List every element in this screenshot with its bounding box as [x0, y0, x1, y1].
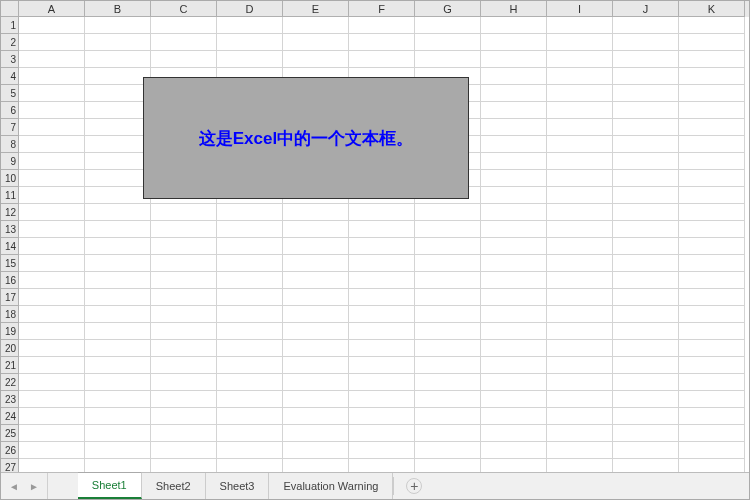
- row-header[interactable]: 15: [1, 255, 19, 272]
- row-header[interactable]: 12: [1, 204, 19, 221]
- cell[interactable]: [85, 102, 151, 119]
- cell[interactable]: [85, 85, 151, 102]
- cell[interactable]: [481, 442, 547, 459]
- cell[interactable]: [283, 357, 349, 374]
- cell[interactable]: [679, 425, 745, 442]
- cell[interactable]: [217, 323, 283, 340]
- cell[interactable]: [613, 136, 679, 153]
- cell[interactable]: [349, 442, 415, 459]
- cell[interactable]: [679, 357, 745, 374]
- cell[interactable]: [679, 221, 745, 238]
- cell[interactable]: [415, 374, 481, 391]
- cell[interactable]: [481, 340, 547, 357]
- cell[interactable]: [85, 425, 151, 442]
- cell[interactable]: [349, 340, 415, 357]
- cell[interactable]: [283, 306, 349, 323]
- cell[interactable]: [679, 187, 745, 204]
- cell[interactable]: [415, 425, 481, 442]
- cell[interactable]: [217, 221, 283, 238]
- cell[interactable]: [547, 340, 613, 357]
- cell[interactable]: [349, 34, 415, 51]
- cell[interactable]: [217, 442, 283, 459]
- cell[interactable]: [217, 391, 283, 408]
- cell[interactable]: [679, 102, 745, 119]
- cell[interactable]: [283, 272, 349, 289]
- cell[interactable]: [85, 238, 151, 255]
- cell[interactable]: [481, 85, 547, 102]
- column-header[interactable]: B: [85, 1, 151, 17]
- row-header[interactable]: 14: [1, 238, 19, 255]
- cell[interactable]: [85, 153, 151, 170]
- cell[interactable]: [613, 408, 679, 425]
- row-header[interactable]: 20: [1, 340, 19, 357]
- cell[interactable]: [481, 238, 547, 255]
- cell[interactable]: [547, 204, 613, 221]
- cell[interactable]: [547, 170, 613, 187]
- cell[interactable]: [85, 136, 151, 153]
- cell[interactable]: [85, 408, 151, 425]
- cell[interactable]: [415, 255, 481, 272]
- cell[interactable]: [679, 306, 745, 323]
- cell[interactable]: [547, 289, 613, 306]
- cell[interactable]: [349, 408, 415, 425]
- cell[interactable]: [85, 204, 151, 221]
- cell[interactable]: [415, 357, 481, 374]
- cell[interactable]: [415, 272, 481, 289]
- cell[interactable]: [415, 408, 481, 425]
- cell[interactable]: [19, 17, 85, 34]
- cell[interactable]: [19, 119, 85, 136]
- cell[interactable]: [19, 374, 85, 391]
- cell[interactable]: [151, 442, 217, 459]
- cell[interactable]: [217, 289, 283, 306]
- cell[interactable]: [613, 340, 679, 357]
- row-header[interactable]: 18: [1, 306, 19, 323]
- row-header[interactable]: 25: [1, 425, 19, 442]
- cell[interactable]: [613, 34, 679, 51]
- cell[interactable]: [217, 408, 283, 425]
- cell[interactable]: [547, 51, 613, 68]
- cell[interactable]: [547, 85, 613, 102]
- cell[interactable]: [679, 68, 745, 85]
- cell[interactable]: [283, 289, 349, 306]
- cell[interactable]: [547, 255, 613, 272]
- row-header[interactable]: 24: [1, 408, 19, 425]
- cell[interactable]: [151, 374, 217, 391]
- cell[interactable]: [349, 238, 415, 255]
- cell[interactable]: [151, 289, 217, 306]
- cell[interactable]: [547, 408, 613, 425]
- cell[interactable]: [679, 204, 745, 221]
- cell[interactable]: [481, 68, 547, 85]
- cell[interactable]: [613, 357, 679, 374]
- cell[interactable]: [151, 17, 217, 34]
- cell[interactable]: [547, 153, 613, 170]
- cell[interactable]: [547, 102, 613, 119]
- cell[interactable]: [19, 340, 85, 357]
- cell[interactable]: [151, 425, 217, 442]
- cell[interactable]: [613, 306, 679, 323]
- add-sheet-button[interactable]: +: [406, 478, 422, 494]
- cell[interactable]: [151, 204, 217, 221]
- cell[interactable]: [349, 289, 415, 306]
- cell[interactable]: [415, 34, 481, 51]
- cell[interactable]: [283, 255, 349, 272]
- cell[interactable]: [613, 68, 679, 85]
- cell[interactable]: [481, 187, 547, 204]
- cell[interactable]: [283, 391, 349, 408]
- sheet-tab[interactable]: Sheet1: [78, 472, 142, 499]
- cell[interactable]: [85, 17, 151, 34]
- cell[interactable]: [415, 238, 481, 255]
- cell[interactable]: [349, 51, 415, 68]
- cell[interactable]: [217, 17, 283, 34]
- row-header[interactable]: 8: [1, 136, 19, 153]
- cell[interactable]: [679, 85, 745, 102]
- cell[interactable]: [679, 51, 745, 68]
- cell[interactable]: [547, 34, 613, 51]
- cell[interactable]: [283, 323, 349, 340]
- tab-nav-prev-icon[interactable]: ◄: [9, 481, 19, 492]
- cell[interactable]: [679, 238, 745, 255]
- cell[interactable]: [415, 221, 481, 238]
- cell[interactable]: [19, 85, 85, 102]
- cell[interactable]: [613, 323, 679, 340]
- row-header[interactable]: 17: [1, 289, 19, 306]
- cell[interactable]: [679, 136, 745, 153]
